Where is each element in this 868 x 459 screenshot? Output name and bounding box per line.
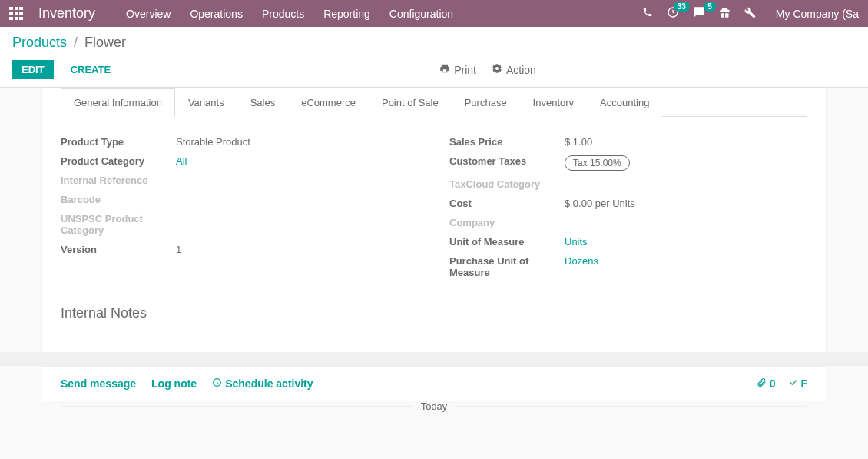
company-value [565,217,807,228]
print-label: Print [454,64,476,76]
uom-value[interactable]: Units [565,236,588,248]
breadcrumb-sep: / [74,35,78,50]
top-nav: Inventory Overview Operations Products R… [0,0,868,27]
taxcloud-value [565,178,807,190]
version-label: Version [61,244,176,255]
breadcrumb-parent[interactable]: Products [12,35,67,50]
check-icon [788,378,801,390]
follow-button[interactable]: F [788,378,807,390]
tab-sales[interactable]: Sales [237,88,289,117]
brand-title: Inventory [38,5,95,22]
breadcrumb-current: Flower [84,35,126,50]
tab-accounting[interactable]: Accounting [587,88,662,117]
gear-icon [492,63,502,76]
puom-value[interactable]: Dozens [565,255,598,267]
tools-icon[interactable] [744,7,756,21]
product-category-label: Product Category [61,155,176,167]
tab-purchase[interactable]: Purchase [452,88,520,117]
apps-icon[interactable] [9,7,23,21]
uom-label: Unit of Measure [449,236,565,248]
tab-general-information[interactable]: General Information [61,88,175,117]
barcode-label: Barcode [61,194,176,205]
puom-label: Purchase Unit of Measure [449,255,565,278]
schedule-activity-button[interactable]: Schedule activity [212,378,313,390]
menu-reporting[interactable]: Reporting [323,8,370,20]
clock-icon [212,378,222,390]
internal-reference-value [176,175,419,186]
tab-inventory[interactable]: Inventory [520,88,587,117]
create-button[interactable]: CREATE [61,60,120,79]
company-label: Company [449,217,565,228]
print-button[interactable]: Print [439,63,476,76]
sales-price-value: $ 1.00 [565,136,807,148]
form-sheet: General Information Variants Sales eComm… [42,88,826,352]
menu-configuration[interactable]: Configuration [389,8,453,20]
today-separator: Today [42,401,826,412]
schedule-activity-label: Schedule activity [225,378,313,390]
tabs: General Information Variants Sales eComm… [61,88,807,117]
unspsc-value [176,213,419,236]
cost-value: $ 0.00 per Units [565,198,807,209]
chatter-bar: Send message Log note Schedule activity … [42,366,826,401]
gift-icon[interactable] [719,7,731,21]
barcode-value [176,194,419,205]
paperclip-icon [757,378,770,390]
product-type-label: Product Type [61,136,176,148]
activities-badge: 33 [674,2,690,12]
control-panel: Products / Flower EDIT CREATE Print Acti… [0,27,868,88]
taxcloud-label: TaxCloud Category [449,178,565,190]
discuss-icon[interactable]: 5 [693,6,705,21]
log-note-button[interactable]: Log note [151,378,197,390]
sales-price-label: Sales Price [449,136,565,148]
systray: 33 5 My Company (Sa [642,6,859,21]
internal-reference-label: Internal Reference [61,175,176,186]
product-category-value[interactable]: All [176,155,187,167]
today-label: Today [413,401,456,412]
menu-operations[interactable]: Operations [190,8,242,20]
edit-button[interactable]: EDIT [12,60,54,79]
send-message-button[interactable]: Send message [61,378,136,390]
action-label: Action [506,64,536,76]
main-menu: Overview Operations Products Reporting C… [126,8,453,20]
breadcrumb: Products / Flower [12,35,856,51]
unspsc-label: UNSPSC Product Category [61,213,176,236]
menu-overview[interactable]: Overview [126,8,171,20]
tab-ecommerce[interactable]: eCommerce [288,88,369,117]
print-icon [439,63,450,76]
cost-label: Cost [449,198,565,209]
product-type-value: Storable Product [176,136,419,148]
customer-taxes-value: Tax 15.00% [565,155,630,171]
phone-icon[interactable] [642,7,653,20]
action-button[interactable]: Action [492,63,536,76]
tab-variants[interactable]: Variants [175,88,237,117]
tab-point-of-sale[interactable]: Point of Sale [369,88,452,117]
version-value: 1 [176,244,419,255]
activities-icon[interactable]: 33 [667,6,679,21]
right-column: Sales Price $ 1.00 Customer Taxes Tax 15… [449,132,807,282]
menu-products[interactable]: Products [262,8,304,20]
internal-notes-title: Internal Notes [61,305,807,321]
company-name[interactable]: My Company (Sa [776,8,859,20]
customer-taxes-label: Customer Taxes [449,155,565,171]
left-column: Product Type Storable Product Product Ca… [61,132,419,282]
discuss-badge: 5 [704,2,716,12]
attachments-count[interactable]: 0 [757,378,776,390]
